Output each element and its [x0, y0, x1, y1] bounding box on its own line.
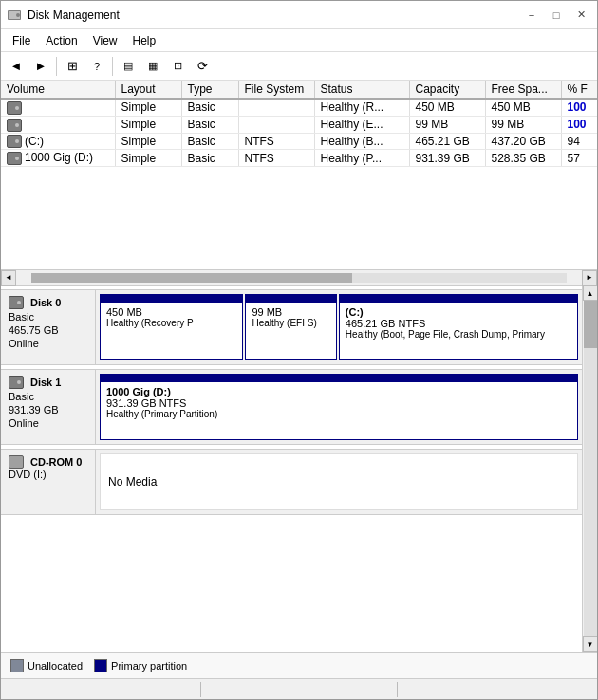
scroll-down-btn[interactable]: ▼ [583, 636, 598, 652]
cell-volume [1, 99, 115, 116]
hdd-icon [7, 119, 22, 132]
vertical-scrollbar[interactable]: ▲ ▼ [582, 286, 597, 652]
maximize-button[interactable]: □ [546, 5, 567, 26]
cdrom-type: DVD (I:) [9, 469, 87, 480]
svg-point-2 [16, 13, 20, 17]
cell-pct: 100 [561, 116, 597, 133]
cell-pct: 57 [561, 150, 597, 167]
detail-button[interactable]: ▦ [141, 55, 164, 78]
cell-layout: Simple [115, 133, 181, 150]
list-button[interactable]: ▤ [117, 55, 140, 78]
partition-header [101, 375, 577, 382]
col-type[interactable]: Type [181, 81, 238, 99]
cell-filesystem: NTFS [238, 150, 314, 167]
scroll-left-btn[interactable]: ◄ [1, 270, 16, 286]
disk-hdd-icon [9, 376, 24, 389]
toolbar-sep-2 [112, 57, 113, 76]
col-filesystem[interactable]: File System [238, 81, 314, 99]
disk-label-status: Online [9, 338, 87, 349]
cell-status: Healthy (E... [314, 116, 409, 133]
scroll-up-btn[interactable]: ▲ [583, 286, 598, 301]
cell-status: Healthy (P... [314, 150, 409, 167]
partition-name: 1000 Gig (D:) [106, 386, 571, 397]
h-scrollbar[interactable] [31, 273, 567, 283]
cell-pct: 100 [561, 99, 597, 116]
partition-status: Healthy (Boot, Page File, Crash Dump, Pr… [346, 329, 571, 340]
status-seg-1 [5, 682, 201, 697]
col-layout[interactable]: Layout [115, 81, 181, 99]
col-capacity[interactable]: Capacity [409, 81, 485, 99]
cdrom-label: CD-ROM 0DVD (I:) [1, 450, 96, 514]
cell-free: 450 MB [485, 99, 561, 116]
menu-view[interactable]: View [85, 32, 125, 49]
partition[interactable]: (C:)465.21 GB NTFSHealthy (Boot, Page Fi… [339, 294, 578, 360]
partition[interactable]: 99 MBHealthy (EFI S) [245, 294, 336, 360]
legend-unallocated-label: Unallocated [28, 660, 83, 672]
cdrom-icon [9, 455, 24, 469]
partition-name: (C:) [346, 306, 571, 318]
table-row[interactable]: (C:)SimpleBasicNTFSHealthy (B...465.21 G… [1, 133, 597, 150]
table-row[interactable]: SimpleBasicHealthy (R...450 MB450 MB100 [1, 99, 597, 116]
window-icon [7, 8, 22, 23]
col-status[interactable]: Status [314, 81, 409, 99]
status-bar [1, 678, 597, 699]
partition[interactable]: 450 MBHealthy (Recovery P [100, 294, 243, 360]
disk-label-size: 931.39 GB [9, 404, 87, 415]
disk-label: Disk 1Basic931.39 GBOnline [1, 370, 96, 444]
cell-filesystem: NTFS [238, 133, 314, 150]
help-button[interactable]: ? [85, 55, 108, 78]
forward-button[interactable]: ► [29, 55, 52, 78]
status-seg-3 [398, 682, 593, 697]
menu-file[interactable]: File [5, 32, 38, 49]
partition-size: 99 MB [252, 306, 329, 318]
properties-button[interactable]: ⊡ [166, 55, 189, 78]
close-button[interactable]: ✕ [570, 5, 591, 26]
disk-partitions: 450 MBHealthy (Recovery P99 MBHealthy (E… [96, 290, 582, 364]
disk-panels-wrapper: Disk 0Basic465.75 GBOnline450 MBHealthy … [1, 286, 597, 652]
menu-action[interactable]: Action [38, 32, 84, 49]
table-row[interactable]: SimpleBasicHealthy (E...99 MB99 MB100 [1, 116, 597, 133]
cell-free: 99 MB [485, 116, 561, 133]
status-seg-2 [201, 682, 398, 697]
partition-status: Healthy (EFI S) [252, 318, 329, 328]
partition-header [101, 295, 242, 303]
scroll-right-btn[interactable]: ► [582, 270, 597, 286]
legend-primary-label: Primary partition [111, 660, 187, 672]
cell-type: Basic [181, 116, 238, 133]
legend-primary: Primary partition [94, 659, 187, 672]
minimize-button[interactable]: − [521, 5, 542, 26]
h-scroll-area[interactable]: ◄ ► [1, 270, 597, 286]
cell-free: 437.20 GB [485, 133, 561, 150]
back-button[interactable]: ◄ [5, 55, 28, 78]
col-pct[interactable]: % F [561, 81, 597, 99]
v-scroll-thumb[interactable] [584, 301, 597, 348]
refresh-button[interactable]: ⟳ [191, 55, 214, 78]
window-title: Disk Management [28, 9, 120, 22]
menu-help[interactable]: Help [125, 32, 164, 49]
title-controls: − □ ✕ [521, 5, 591, 26]
cell-capacity: 931.39 GB [409, 150, 485, 167]
col-free[interactable]: Free Spa... [485, 81, 561, 99]
table-header-row: Volume Layout Type File System Status Ca… [1, 81, 597, 99]
disk-label-type: Basic [9, 391, 87, 402]
v-scroll-track[interactable] [584, 301, 597, 636]
table-area[interactable]: Volume Layout Type File System Status Ca… [1, 81, 597, 270]
table-row[interactable]: 1000 Gig (D:)SimpleBasicNTFSHealthy (P..… [1, 150, 597, 167]
partition-size: 450 MB [106, 306, 236, 318]
partition[interactable]: 1000 Gig (D:)931.39 GB NTFSHealthy (Prim… [100, 374, 578, 440]
cell-type: Basic [181, 133, 238, 150]
title-bar-left: Disk Management [7, 8, 120, 23]
cell-type: Basic [181, 99, 238, 116]
h-scrollbar-thumb[interactable] [31, 273, 352, 283]
partition-status: Healthy (Recovery P [106, 318, 236, 328]
menu-bar: File Action View Help [1, 29, 597, 52]
col-volume[interactable]: Volume [1, 81, 115, 99]
toolbar: ◄ ► ⊞ ? ▤ ▦ ⊡ ⟳ [1, 52, 597, 81]
cell-status: Healthy (R... [314, 99, 409, 116]
disk-panel: Disk 1Basic931.39 GBOnline1000 Gig (D:)9… [1, 369, 582, 445]
cell-volume: 1000 Gig (D:) [1, 150, 115, 167]
legend-unallocated-box [10, 659, 24, 672]
cell-layout: Simple [115, 150, 181, 167]
grid-button[interactable]: ⊞ [61, 55, 84, 78]
cell-capacity: 450 MB [409, 99, 485, 116]
